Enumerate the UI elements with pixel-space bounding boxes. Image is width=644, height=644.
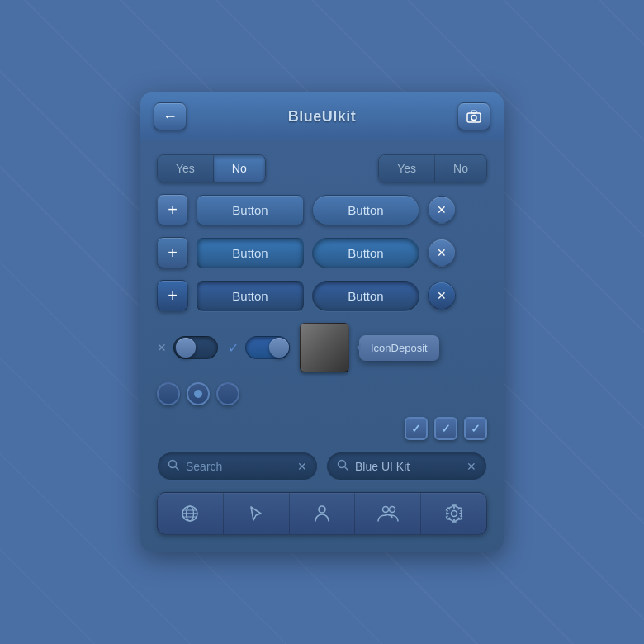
search-input-2[interactable] bbox=[355, 460, 460, 473]
tab-cursor[interactable] bbox=[224, 493, 290, 534]
yes-button-2[interactable]: Yes bbox=[379, 155, 435, 182]
search-icon-1 bbox=[168, 459, 179, 473]
tab-globe[interactable] bbox=[158, 493, 224, 534]
svg-line-6 bbox=[345, 467, 348, 471]
radio-inner bbox=[194, 390, 202, 398]
pill-button-1[interactable]: Button bbox=[312, 195, 419, 225]
tooltip-badge: IconDeposit bbox=[359, 335, 439, 361]
button-row-1: + Button Button ✕ bbox=[157, 194, 487, 225]
checkbox-3[interactable]: ✓ bbox=[464, 417, 487, 440]
radio-button-2[interactable] bbox=[187, 382, 210, 405]
svg-rect-0 bbox=[467, 113, 481, 122]
controls-row: ✕ ✓ IconDeposit bbox=[157, 323, 487, 405]
svg-point-12 bbox=[389, 507, 395, 513]
button-row-3: + Button Button ✕ bbox=[157, 280, 487, 311]
svg-line-4 bbox=[176, 467, 179, 471]
panel-body: Yes No Yes No + Button Button ✕ + Button… bbox=[140, 141, 504, 552]
tab-person[interactable] bbox=[290, 493, 356, 534]
toggle-x-icon: ✕ bbox=[157, 341, 167, 354]
check-mark-1: ✓ bbox=[411, 422, 421, 435]
search-input-wrap-1: ✕ bbox=[157, 452, 318, 481]
yes-button-1[interactable]: Yes bbox=[158, 155, 214, 182]
camera-button[interactable] bbox=[457, 102, 490, 130]
pill-button-2[interactable]: Button bbox=[312, 238, 419, 268]
rect-button-2[interactable]: Button bbox=[197, 238, 304, 268]
color-swatch[interactable] bbox=[300, 323, 349, 372]
search-row: ✕ ✕ bbox=[157, 452, 487, 481]
checkbox-2[interactable]: ✓ bbox=[434, 417, 457, 440]
radio-button-1[interactable] bbox=[157, 382, 180, 405]
tab-bar bbox=[157, 492, 487, 535]
toggle-group-1: Yes No bbox=[157, 154, 266, 182]
toggle-check-icon: ✓ bbox=[228, 340, 239, 356]
toggle-groups-row: Yes No Yes No bbox=[157, 154, 487, 182]
search-input-wrap-2: ✕ bbox=[326, 452, 487, 481]
toggle-on-switch[interactable] bbox=[245, 336, 290, 359]
svg-rect-2 bbox=[471, 111, 476, 113]
header: ← BlueUIkit bbox=[140, 92, 504, 141]
plus-button-1[interactable]: + bbox=[157, 194, 188, 225]
checkbox-row: ✓ ✓ ✓ bbox=[157, 417, 487, 440]
button-row-2: + Button Button ✕ bbox=[157, 237, 487, 268]
toggle-off-wrap: ✕ bbox=[157, 336, 218, 359]
toggle-knob-on bbox=[269, 338, 289, 358]
toggle-knob-off bbox=[176, 338, 196, 358]
pill-button-3[interactable]: Button bbox=[312, 281, 419, 311]
radio-button-3[interactable] bbox=[216, 382, 239, 405]
checkbox-1[interactable]: ✓ bbox=[405, 417, 428, 440]
toggle-off-switch[interactable] bbox=[173, 336, 218, 359]
rect-button-3[interactable]: Button bbox=[197, 281, 304, 311]
plus-button-3[interactable]: + bbox=[157, 280, 188, 311]
svg-point-11 bbox=[382, 507, 388, 513]
search-clear-1[interactable]: ✕ bbox=[297, 460, 307, 473]
close-button-2[interactable]: ✕ bbox=[428, 239, 456, 267]
page-title: BlueUIkit bbox=[288, 108, 357, 125]
svg-point-13 bbox=[451, 511, 457, 517]
toggle-group-2: Yes No bbox=[378, 154, 487, 182]
tab-gear[interactable] bbox=[421, 493, 486, 534]
search-icon-2 bbox=[337, 459, 348, 473]
svg-point-1 bbox=[471, 116, 476, 121]
svg-point-10 bbox=[319, 506, 325, 513]
no-button-1[interactable]: No bbox=[214, 155, 265, 182]
back-button[interactable]: ← bbox=[154, 102, 187, 130]
radio-group bbox=[157, 382, 239, 405]
toggle-on-wrap: ✓ bbox=[228, 336, 290, 359]
checkbox-group: ✓ ✓ ✓ bbox=[405, 417, 487, 440]
ui-kit-panel: ← BlueUIkit Yes No Yes No + Button bbox=[140, 92, 504, 552]
rect-button-1[interactable]: Button bbox=[197, 195, 304, 225]
search-clear-2[interactable]: ✕ bbox=[466, 460, 476, 473]
close-button-3[interactable]: ✕ bbox=[428, 282, 456, 310]
close-button-1[interactable]: ✕ bbox=[428, 196, 456, 224]
check-mark-2: ✓ bbox=[441, 422, 451, 435]
plus-button-2[interactable]: + bbox=[157, 237, 188, 268]
search-input-1[interactable] bbox=[186, 460, 291, 473]
tab-group[interactable] bbox=[355, 493, 421, 534]
no-button-2[interactable]: No bbox=[435, 155, 486, 182]
check-mark-3: ✓ bbox=[471, 422, 481, 435]
